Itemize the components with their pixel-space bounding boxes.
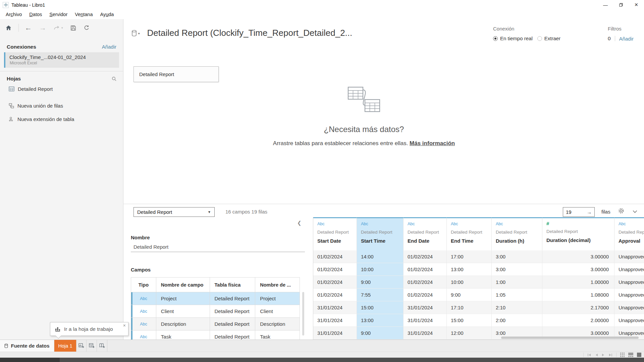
grid-column-header-approval[interactable]: AbcDetailed ReportApproval [614,217,644,250]
data-grid-cell[interactable]: 3.00000 [542,263,614,276]
data-grid-cell[interactable]: 01/02/2024 [313,289,357,301]
connection-item[interactable]: Clockify_Time_...024-01_02_2024 Microsof… [4,52,119,68]
grid-column-header-duration-decimal-[interactable]: #Detailed ReportDuration (decimal) [542,217,614,250]
save-icon[interactable] [70,25,76,31]
data-grid-cell[interactable]: 31/01/2024 [404,301,447,314]
fields-table-cell[interactable]: Client [255,305,300,318]
data-grid-cell[interactable]: 3.00000 [542,250,614,263]
rows-count-field[interactable]: → [563,207,595,217]
data-grid-cell[interactable]: Unapproved [614,289,644,301]
fields-table-header-cell[interactable]: Nombre de ... [255,278,300,292]
data-grid-cell[interactable]: 01/02/2024 [404,276,447,289]
refresh-icon[interactable] [84,25,90,31]
data-grid-cell[interactable]: 9:00 [357,327,404,340]
data-grid-cell[interactable]: 3:00 [492,263,542,276]
field-type-cell[interactable]: Abc [131,330,156,340]
apply-rows-arrow-icon[interactable]: → [587,209,594,215]
data-grid-cell[interactable]: 01/02/2024 [404,263,447,276]
data-grid-cell[interactable]: 31/01/2024 [313,301,357,314]
table-name-input[interactable] [131,243,305,252]
new-story-button[interactable] [97,340,107,352]
fields-table-row[interactable]: AbcProjectDetailed ReportProject [131,292,300,305]
data-grid-cell[interactable]: 31/01/2024 [313,327,357,340]
data-grid-cell[interactable]: 01/02/2024 [313,263,357,276]
redo-icon[interactable]: ▾ [54,25,63,30]
data-grid-cell[interactable]: 2.00000 [542,314,614,327]
data-grid-cell[interactable]: 15:00 [447,314,492,327]
chevron-down-icon[interactable] [633,210,637,213]
fields-table-cell[interactable]: Detailed Report [210,318,256,330]
minimize-button[interactable]: — [598,0,613,10]
menu-item-servidor[interactable]: Servidor [46,10,71,18]
new-worksheet-button[interactable] [76,340,87,352]
new-dashboard-button[interactable] [87,340,97,352]
next-record-icon[interactable] [602,353,605,357]
fields-table-row[interactable]: AbcClientDetailed ReportClient [131,305,300,318]
data-grid-cell[interactable]: 12:00 [447,327,492,340]
menu-item-datos[interactable]: Datos [25,10,46,18]
fields-table-scrollbar[interactable] [302,292,304,336]
grid-column-header-end-time[interactable]: AbcDetailed ReportEnd Time [447,217,492,250]
first-record-icon[interactable] [587,353,591,357]
menu-item-ventana[interactable]: Ventana [71,10,96,18]
data-grid-cell[interactable]: 1:05 [492,289,542,301]
data-grid-cell[interactable]: Unapproved [614,263,644,276]
fields-table-row[interactable]: AbcDescriptionDetailed ReportDescription [131,318,300,330]
data-grid-cell[interactable]: 2.17000 [542,301,614,314]
data-grid-cell[interactable]: 17:10 [447,301,492,314]
fields-table-cell[interactable]: Project [255,292,300,305]
search-icon[interactable] [112,76,116,81]
sheet-item-detailed-report[interactable]: Detailed Report [0,85,123,93]
data-grid-cell[interactable]: 01/02/2024 [313,276,357,289]
data-grid-cell[interactable]: Unapproved [614,301,644,314]
data-grid-cell[interactable]: 13:00 [447,263,492,276]
fields-table-header-cell[interactable]: Tipo [131,278,156,292]
data-grid-cell[interactable]: 3:00 [492,250,542,263]
datasource-cylinder-icon[interactable]: ▾ [131,30,140,37]
fields-table-cell[interactable]: Task [255,330,300,340]
data-grid-cell[interactable]: 15:00 [357,301,404,314]
filters-add-link[interactable]: Añadir [619,36,634,42]
fields-table-cell[interactable]: Detailed Report [210,292,256,305]
forward-arrow-icon[interactable]: → [39,24,46,31]
data-grid-cell[interactable]: 10:00 [357,263,404,276]
go-to-worksheet-tooltip[interactable]: Ir a la hoja de trabajo × [50,322,128,336]
menu-item-archivo[interactable]: Archivo [2,10,25,18]
fields-table-header-cell[interactable]: Nombre de campo [156,278,210,292]
table-chip-detailed-report[interactable]: Detailed Report [133,66,219,82]
fields-table-cell[interactable]: Detailed Report [210,330,256,340]
fields-table-cell[interactable]: Task [156,330,210,340]
new-union-item[interactable]: Nueva unión de filas [0,102,123,110]
data-grid-cell[interactable]: 17:00 [447,250,492,263]
data-grid-cell[interactable]: 9:00 [447,289,492,301]
field-type-cell[interactable]: Abc [131,305,156,318]
data-grid-cell[interactable]: Unapproved [614,250,644,263]
radio-extract[interactable]: Extraer [537,36,560,41]
back-arrow-icon[interactable]: ← [25,24,32,31]
data-grid-cell[interactable]: 10:00 [447,276,492,289]
close-button[interactable]: × [629,0,644,10]
menu-item-ayuda[interactable]: Ayuda [97,10,118,18]
fields-table-row[interactable]: AbcTaskDetailed ReportTask [131,330,300,340]
fields-table-cell[interactable]: Project [156,292,210,305]
data-grid-cell[interactable]: Unapproved [614,314,644,327]
tooltip-close-icon[interactable]: × [123,323,126,328]
grid-column-header-duration-h-[interactable]: AbcDetailed ReportDuration (h) [492,217,542,250]
tab-data-source[interactable]: Fuente de datos [0,340,54,352]
data-grid-cell[interactable]: 31/01/2024 [313,314,357,327]
collapse-panel-icon[interactable]: ❮ [297,220,302,226]
data-grid-cell[interactable]: 1.00000 [542,276,614,289]
data-grid-cell[interactable]: 14:00 [357,250,404,263]
data-grid-cell[interactable]: 31/01/2024 [404,327,447,340]
fields-table-cell[interactable]: Detailed Report [210,305,256,318]
radio-live[interactable]: En tiempo real [493,36,533,41]
fullscreen-view-icon[interactable] [637,353,641,357]
data-grid-cell[interactable]: 01/02/2024 [313,250,357,263]
data-grid-hscrollbar[interactable] [501,337,639,339]
data-grid-cell[interactable]: 2:00 [492,314,542,327]
filmstrip-view-icon[interactable] [628,353,633,357]
data-grid-cell[interactable]: 31/01/2024 [404,314,447,327]
redo-dropdown-caret-icon[interactable]: ▾ [61,26,63,29]
fields-table-cell[interactable]: Description [156,318,210,330]
fields-table-header-cell[interactable]: Tabla física [210,278,256,292]
